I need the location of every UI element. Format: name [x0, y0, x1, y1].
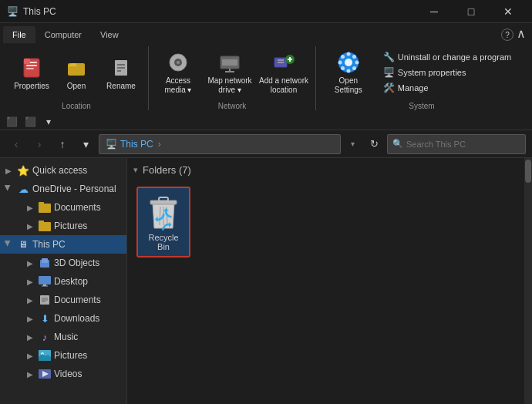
svg-point-28 [355, 61, 359, 65]
svg-line-50 [160, 207, 160, 225]
address-bar: ‹ › ↑ ▾ 🖥️ This PC › ▾ ↻ 🔍 [0, 130, 532, 158]
scrollbar-thumb[interactable] [525, 160, 531, 183]
desktop-label: Desktop [54, 276, 88, 287]
svg-rect-54 [159, 197, 168, 201]
sidebar-item-3d-objects[interactable]: ▶ 3D Objects [0, 254, 126, 272]
sidebar-item-onedrive[interactable]: ▶ ☁ OneDrive - Personal [0, 180, 126, 198]
section-label: Folders (7) [143, 164, 191, 176]
properties-button[interactable]: Properties [11, 50, 52, 95]
sidebar-item-music[interactable]: ▶ ♪ Music [0, 328, 126, 346]
svg-rect-4 [24, 59, 30, 64]
map-network-button[interactable]: Map networkdrive ▾ [204, 50, 255, 95]
address-dropdown[interactable]: ▾ [344, 140, 361, 148]
documents-arrow: ▶ [25, 295, 35, 305]
open-label: Open [67, 82, 86, 90]
properties-label: Properties [14, 82, 49, 90]
sidebar-item-this-pc[interactable]: ▶ 🖥 This PC [0, 235, 126, 254]
system-properties-button[interactable]: 🖥️ System properties [379, 65, 516, 80]
manage-label: Manage [398, 83, 429, 93]
access-media-button[interactable]: Accessmedia ▾ [155, 50, 201, 95]
close-button[interactable]: ✕ [490, 0, 526, 23]
qat-dropdown-button[interactable]: ▾ [40, 114, 57, 130]
tab-computer[interactable]: Computer [35, 26, 91, 43]
open-settings-label: OpenSettings [335, 76, 362, 95]
ribbon-group-system: OpenSettings 🔧 Uninstall or change a pro… [316, 46, 527, 110]
open-icon [64, 56, 89, 80]
open-settings-icon [336, 50, 361, 75]
collapse-ribbon-button[interactable]: ∧ [517, 26, 526, 41]
this-pc-arrow: ▶ [3, 238, 14, 249]
music-icon: ♪ [39, 331, 51, 343]
desktop-arrow: ▶ [25, 276, 35, 287]
forward-button[interactable]: › [29, 134, 49, 154]
onedrive-icon: ☁ [17, 183, 29, 195]
rename-button[interactable]: Rename [100, 50, 142, 95]
up-button[interactable]: ↑ [52, 134, 72, 154]
quick-access-arrow: ▶ [3, 165, 14, 176]
search-box[interactable]: 🔍 [387, 134, 526, 154]
help-button[interactable]: ? [501, 29, 513, 41]
pictures-arrow: ▶ [25, 350, 35, 361]
address-input[interactable]: 🖥️ This PC › [99, 134, 341, 154]
system-props-label: System properties [398, 68, 466, 77]
ribbon: Properties Open [0, 43, 532, 113]
downloads-arrow: ▶ [25, 313, 35, 324]
videos-icon [39, 368, 51, 380]
main-area: ▶ ⭐ Quick access ▶ ☁ OneDrive - Personal… [0, 158, 532, 404]
svg-point-31 [341, 66, 345, 70]
network-group-label: Network [218, 102, 247, 110]
sidebar-item-onedrive-documents[interactable]: ▶ Documents [0, 198, 126, 217]
tab-view[interactable]: View [91, 26, 128, 43]
manage-button[interactable]: 🛠️ Manage [379, 80, 516, 96]
recent-button[interactable]: ▾ [76, 134, 96, 154]
onedrive-pics-label: Pictures [54, 221, 87, 231]
sidebar-item-quick-access[interactable]: ▶ ⭐ Quick access [0, 161, 126, 180]
sidebar-item-pictures[interactable]: ▶ Pictures [0, 346, 126, 365]
address-pc-icon: 🖥️ [106, 139, 117, 150]
sidebar-item-desktop[interactable]: ▶ Desktop [0, 272, 126, 291]
music-label: Music [54, 332, 78, 342]
rename-label: Rename [106, 82, 136, 90]
svg-point-25 [346, 52, 350, 56]
search-input[interactable] [406, 140, 520, 149]
svg-rect-38 [42, 258, 48, 263]
documents-label: Documents [54, 295, 101, 305]
refresh-button[interactable]: ↻ [364, 134, 384, 154]
3d-objects-icon [39, 257, 51, 269]
uninstall-button[interactable]: 🔧 Uninstall or change a program [379, 49, 516, 65]
3d-objects-label: 3D Objects [54, 258, 99, 268]
open-settings-button[interactable]: OpenSettings [328, 50, 369, 95]
window-title: This PC [23, 6, 416, 17]
minimize-button[interactable]: ─ [416, 0, 452, 23]
file-recycle-bin[interactable]: Recycle Bin [136, 187, 190, 258]
qat-back-button[interactable]: ⬛ [3, 114, 20, 130]
add-network-button[interactable]: Add a networklocation [258, 50, 309, 95]
back-button[interactable]: ‹ [6, 134, 26, 154]
tab-file[interactable]: File [3, 26, 35, 43]
open-button[interactable]: Open [56, 50, 97, 95]
location-group-label: Location [62, 102, 91, 110]
videos-arrow: ▶ [25, 369, 35, 379]
sidebar-item-videos[interactable]: ▶ Videos [0, 365, 126, 383]
access-media-label: Accessmedia ▾ [164, 76, 191, 95]
onedrive-docs-label: Documents [54, 202, 101, 213]
qat-item-button[interactable]: ⬛ [22, 114, 39, 130]
title-bar: 🖥️ This PC ─ □ ✕ [0, 0, 532, 23]
files-grid: Recycle Bin [133, 183, 518, 261]
maximize-button[interactable]: □ [453, 0, 489, 23]
this-pc-icon: 🖥 [17, 238, 29, 251]
add-network-icon [271, 50, 296, 75]
sidebar: ▶ ⭐ Quick access ▶ ☁ OneDrive - Personal… [0, 158, 127, 404]
quick-access-icon: ⭐ [17, 164, 29, 177]
section-header: ▾ Folders (7) [133, 164, 518, 176]
sidebar-item-documents[interactable]: ▶ Documents [0, 291, 126, 309]
sidebar-item-downloads[interactable]: ▶ ⬇ Downloads [0, 309, 126, 328]
svg-point-24 [345, 59, 352, 66]
documents-icon [39, 294, 51, 306]
properties-icon [19, 56, 44, 80]
ribbon-group-network: Accessmedia ▾ Map networkdrive ▾ [149, 46, 316, 110]
scrollbar-track[interactable] [524, 158, 532, 404]
file-area: ▾ Folders (7) [127, 158, 524, 404]
sidebar-item-onedrive-pictures[interactable]: ▶ Pictures [0, 217, 126, 235]
videos-label: Videos [54, 369, 82, 379]
